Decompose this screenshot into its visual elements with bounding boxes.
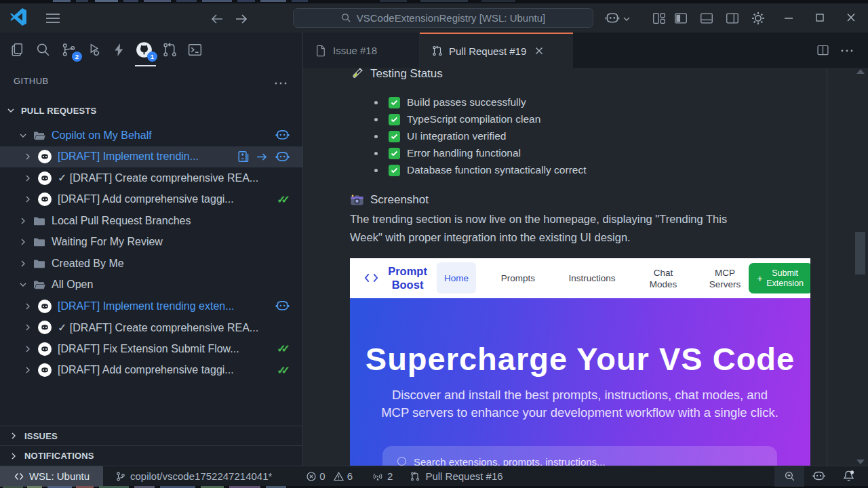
shot-nav-chat-modes[interactable]: Chat Modes bbox=[643, 258, 684, 298]
checklist-label: TypeScript compilation clean bbox=[407, 113, 540, 125]
checks-passed-icon: ✓✓ bbox=[277, 193, 290, 206]
section-issues[interactable]: ISSUES bbox=[0, 426, 302, 445]
shot-nav-mcp-servers[interactable]: MCP Servers bbox=[703, 258, 747, 298]
open-changes-icon[interactable] bbox=[237, 150, 250, 163]
pull-requests-tree: Copilot on My Behalf[DRAFT] Implement tr… bbox=[0, 125, 302, 381]
shot-hero-subtitle: Discover and install the best prompts, i… bbox=[380, 386, 780, 422]
scroll-up-arrow[interactable] bbox=[856, 69, 865, 74]
plus-icon: + bbox=[757, 273, 762, 284]
forward-button[interactable] bbox=[233, 12, 250, 26]
split-editor-icon[interactable] bbox=[816, 43, 830, 58]
close-icon[interactable] bbox=[534, 46, 544, 56]
tree-pr-row[interactable]: ✓ [DRAFT] Create comprehensive REA... bbox=[0, 167, 302, 189]
copilot-icon[interactable] bbox=[275, 299, 290, 313]
checked-checkbox-icon bbox=[389, 148, 400, 159]
checklist-item: Build passes successfully bbox=[374, 96, 526, 108]
chevron-right-icon[interactable] bbox=[22, 344, 33, 354]
tree-item-label: [DRAFT] Fix Extension Submit Flow... bbox=[58, 343, 239, 355]
copilot-edits-icon[interactable] bbox=[111, 41, 128, 59]
chevron-right-icon bbox=[8, 430, 19, 441]
toggle-primary-sidebar-icon[interactable] bbox=[673, 11, 688, 26]
tree-folder-row[interactable]: Waiting For My Review bbox=[0, 232, 302, 253]
settings-gear-icon[interactable] bbox=[751, 11, 766, 26]
chevron-right-icon[interactable] bbox=[18, 258, 28, 269]
tree-pr-row[interactable]: [DRAFT] Implement trending exten... bbox=[0, 296, 302, 317]
shot-nav-home[interactable]: Home bbox=[437, 262, 476, 293]
scrollbar-thumb[interactable] bbox=[855, 232, 865, 274]
checked-checkbox-icon bbox=[389, 131, 400, 142]
tree-item-label: Waiting For My Review bbox=[52, 236, 163, 248]
status-pull-request[interactable]: Pull Request #16 bbox=[410, 470, 502, 482]
search-icon[interactable] bbox=[35, 41, 52, 59]
chevron-right-icon[interactable] bbox=[22, 301, 33, 312]
shot-search-bar[interactable]: Search extensions, prompts, instructions… bbox=[382, 446, 777, 466]
view-more-actions-icon[interactable] bbox=[273, 77, 288, 89]
section-notifications[interactable]: NOTIFICATIONS bbox=[0, 445, 302, 466]
explorer-icon[interactable] bbox=[9, 41, 26, 59]
chevron-right-icon[interactable] bbox=[18, 216, 28, 226]
minimize-button[interactable] bbox=[783, 14, 795, 23]
tab-pull-request-19[interactable]: Pull Request #19 bbox=[420, 33, 573, 68]
copilot-avatar bbox=[37, 171, 52, 186]
remote-indicator[interactable]: WSL: Ubuntu bbox=[0, 466, 103, 487]
chevron-right-icon[interactable] bbox=[22, 194, 33, 205]
notifications-bell[interactable] bbox=[833, 470, 864, 483]
chevron-down-icon[interactable] bbox=[18, 279, 28, 290]
problems-indicator[interactable]: 0 6 bbox=[306, 470, 353, 482]
scroll-down-arrow[interactable] bbox=[856, 460, 865, 464]
chevron-right-icon[interactable] bbox=[22, 365, 33, 375]
embedded-screenshot: Prompt Boost HomePromptsInstructionsChat… bbox=[350, 258, 810, 466]
chevron-down-icon[interactable] bbox=[18, 130, 28, 141]
tab-label: Pull Request #19 bbox=[449, 45, 526, 57]
command-center-search[interactable]: VSCodeExtensionRegistry [WSL: Ubuntu] bbox=[293, 8, 593, 28]
back-button[interactable] bbox=[209, 12, 225, 26]
pull-request-view-icon[interactable] bbox=[161, 41, 179, 59]
copilot-status[interactable] bbox=[804, 470, 833, 483]
maximize-button[interactable] bbox=[814, 12, 826, 23]
tree-pr-row[interactable]: [DRAFT] Add comprehensive taggi...✓✓ bbox=[0, 189, 302, 211]
search-icon bbox=[397, 457, 406, 466]
copilot-icon[interactable] bbox=[275, 128, 290, 142]
tree-pr-row[interactable]: [DRAFT] Implement trendin... bbox=[0, 146, 302, 168]
tree-folder-row[interactable]: Created By Me bbox=[0, 253, 302, 274]
tab-issue-18[interactable]: Issue #18 bbox=[303, 33, 420, 68]
shot-submit-extension-button[interactable]: + Submit Extension bbox=[749, 263, 810, 293]
sidebar-github-view: GITHUB PULL REQUESTS Copilot on My Behal… bbox=[0, 68, 302, 466]
copilot-menu-icon[interactable] bbox=[604, 11, 620, 26]
status-bar: WSL: Ubuntu copilot/vscode1752247214041*… bbox=[0, 466, 868, 486]
tree-pr-row[interactable]: [DRAFT] Add comprehensive taggi...✓✓ bbox=[0, 360, 302, 382]
ports-indicator[interactable]: 2 bbox=[372, 470, 393, 482]
shot-nav-instructions[interactable]: Instructions bbox=[566, 258, 618, 298]
checklist-item: Error handling functional bbox=[374, 147, 521, 159]
close-button[interactable] bbox=[845, 12, 857, 23]
git-branch-icon bbox=[115, 471, 126, 482]
checked-checkbox-icon bbox=[389, 114, 400, 125]
terminal-icon[interactable] bbox=[186, 41, 204, 59]
chevron-right-icon[interactable] bbox=[22, 151, 33, 162]
section-pull-requests[interactable]: PULL REQUESTS bbox=[5, 105, 96, 116]
pull-request-icon bbox=[431, 45, 443, 57]
checkout-arrow-icon[interactable] bbox=[256, 152, 269, 162]
checklist-label: Build passes successfully bbox=[407, 96, 526, 108]
tree-folder-row[interactable]: All Open bbox=[0, 274, 302, 296]
more-actions-icon[interactable] bbox=[840, 45, 854, 57]
tree-pr-row[interactable]: ✓ [DRAFT] Create comprehensive REA... bbox=[0, 317, 302, 339]
source-control-icon[interactable]: 2 bbox=[60, 41, 78, 59]
chevron-right-icon[interactable] bbox=[22, 173, 33, 184]
chevron-right-icon[interactable] bbox=[18, 237, 28, 247]
tree-folder-row[interactable]: Copilot on My Behalf bbox=[0, 125, 302, 146]
menu-hamburger-icon[interactable] bbox=[45, 12, 61, 25]
github-icon[interactable]: 1 bbox=[136, 41, 153, 59]
tree-folder-row[interactable]: Local Pull Request Branches bbox=[0, 210, 302, 232]
chevron-down-icon[interactable] bbox=[623, 16, 631, 22]
toggle-panel-icon[interactable] bbox=[699, 11, 714, 26]
copilot-icon[interactable] bbox=[275, 150, 290, 164]
run-debug-icon[interactable] bbox=[85, 41, 103, 59]
toggle-secondary-sidebar-icon[interactable] bbox=[725, 11, 740, 26]
tree-pr-row[interactable]: [DRAFT] Fix Extension Submit Flow...✓✓ bbox=[0, 338, 302, 360]
branch-indicator[interactable]: copilot/vscode1752247214041* bbox=[115, 470, 272, 482]
shot-nav-prompts[interactable]: Prompts bbox=[496, 258, 540, 298]
zoom-indicator[interactable] bbox=[774, 466, 804, 487]
customize-layout-icon[interactable] bbox=[652, 11, 667, 26]
chevron-right-icon[interactable] bbox=[22, 322, 33, 333]
